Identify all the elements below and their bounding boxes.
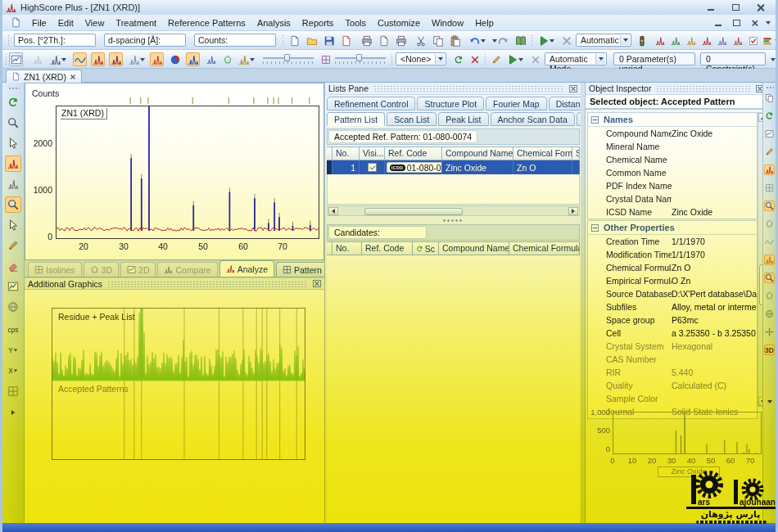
x-axis-scale-button[interactable]: X (5, 363, 21, 379)
paste-button[interactable] (448, 34, 462, 47)
col-extra[interactable]: S (572, 147, 580, 160)
refine-run-button[interactable] (505, 52, 525, 66)
open-file-button[interactable] (305, 34, 319, 47)
search-profile-combo[interactable]: Automatic (576, 34, 631, 47)
names-section-header[interactable]: Names (588, 113, 757, 127)
analysis-icon-1[interactable] (653, 34, 667, 47)
collapse-icon[interactable] (591, 116, 599, 124)
property-row[interactable]: CAS Number (588, 353, 757, 366)
candidates-empty-area[interactable] (327, 255, 580, 530)
col-compound[interactable]: Compound Name (442, 147, 513, 160)
property-row[interactable]: Subfiles Alloy, metal or intermetalic, .… (588, 300, 757, 313)
run-search-button[interactable] (536, 34, 556, 47)
property-value[interactable]: a 3.25350 - b 3.25350 - c 5... (672, 328, 757, 338)
col-formula[interactable]: Chemical Formula (513, 147, 572, 160)
property-value[interactable]: Calculated (C) (672, 381, 757, 390)
col-ref-code[interactable]: Ref. Code (362, 241, 413, 255)
toolbar-grip[interactable] (484, 53, 486, 65)
smoothed-line-toggle[interactable] (73, 52, 87, 66)
property-row[interactable]: RIR 5.440 (588, 366, 757, 379)
scroll-right-button[interactable] (568, 207, 578, 215)
triangles-button[interactable] (220, 52, 234, 66)
chart-options-button[interactable] (5, 278, 21, 295)
menu-item[interactable]: Tools (339, 16, 372, 29)
tab-analyze[interactable]: Analyze (219, 260, 274, 277)
grid-toggle-button[interactable] (5, 383, 21, 399)
analysis-icon-4[interactable] (699, 34, 713, 47)
property-row[interactable]: Space group P63mc (588, 313, 757, 327)
zoom-tool-toggle[interactable] (5, 196, 21, 213)
remove-pattern-button[interactable] (468, 52, 482, 66)
toolbar-grip[interactable] (391, 53, 393, 65)
mdi-close-button[interactable] (748, 17, 761, 28)
accepted-table-empty-area[interactable] (327, 174, 580, 205)
table-display-button[interactable] (319, 52, 332, 66)
menu-item[interactable]: Reference Patterns (162, 16, 251, 29)
additional-graphics-header[interactable]: Additional Graphics (25, 278, 324, 290)
col-visible[interactable]: Visi... (360, 147, 385, 160)
property-row[interactable]: Common Name (588, 166, 757, 179)
peaks-blue-toggle[interactable] (186, 52, 200, 66)
strip-grip[interactable] (8, 87, 20, 90)
erase-tool-button[interactable] (5, 258, 21, 274)
col-ref-code[interactable]: Ref. Code (385, 147, 442, 160)
annotate-button[interactable] (764, 147, 775, 157)
menu-item[interactable]: View (79, 16, 111, 29)
multi-pattern-button[interactable] (237, 52, 256, 66)
region-select-button[interactable] (764, 219, 775, 229)
lists-pane-tab[interactable]: Pattern List (327, 112, 385, 126)
close-button[interactable] (751, 2, 769, 12)
pick-peak-tool-button[interactable] (5, 135, 21, 151)
intensity-slider-thumb[interactable] (284, 54, 290, 61)
object-inspector-header[interactable]: Object Inspector (586, 83, 767, 95)
document-tab-zn1[interactable]: ZN1 (XRD) (6, 70, 82, 83)
lists-pane-header[interactable]: Lists Pane (325, 83, 581, 95)
peak-select-toggle[interactable] (764, 255, 775, 265)
property-row[interactable]: Crystal System Hexagonal (588, 340, 757, 353)
accepted-table-hscrollbar[interactable] (327, 205, 580, 216)
hscroll-thumb[interactable] (364, 208, 463, 215)
property-row[interactable]: Quality Calculated (C) (588, 379, 757, 392)
property-value[interactable]: Zinc Oxide (672, 207, 757, 217)
peak-small-tool-button[interactable] (5, 176, 21, 192)
undo-button[interactable] (468, 34, 487, 47)
scale-slider[interactable] (335, 56, 386, 64)
other-properties-header[interactable]: Other Properties (588, 221, 757, 235)
peaks-maroon-toggle[interactable] (109, 52, 123, 66)
lists-pane-tab[interactable]: Anchor Scan Data (491, 112, 575, 126)
toolbar-grip[interactable] (5, 53, 7, 65)
property-row[interactable]: Sample Color (588, 392, 757, 405)
main-chart-panel[interactable]: Counts ZN1 (XRD) 2000 1000 0 20 30 40 50… (25, 83, 324, 260)
peaks-gray-button[interactable] (127, 52, 147, 66)
accepted-pattern-row[interactable]: 1 ICDD01-080-0074 Zinc Oxide Zn O (327, 160, 580, 174)
property-row[interactable]: Chemical Name (588, 153, 757, 166)
tab-compare[interactable]: Compare (157, 262, 217, 277)
threed-view-button[interactable]: 3D (764, 345, 775, 355)
menu-item[interactable]: Edit (52, 16, 79, 29)
collapse-icon[interactable] (591, 224, 599, 232)
cell-visible[interactable] (360, 160, 385, 174)
toolbar-grip[interactable] (7, 34, 10, 47)
strip-grip[interactable] (766, 86, 774, 89)
dspacing-field[interactable]: d-spacing [Å]: (104, 34, 186, 47)
menu-item[interactable]: Treatment (110, 16, 162, 29)
menu-item[interactable]: Help (469, 16, 500, 29)
refine-stop-button[interactable] (528, 52, 542, 66)
checklist-button-1[interactable] (746, 34, 760, 47)
combo-dropdown-icon[interactable] (595, 54, 605, 64)
analysis-icon-2[interactable] (668, 34, 682, 47)
property-value[interactable]: D:\X'Pert database\Databas... (672, 289, 757, 299)
toolbar2-overflow-icon[interactable] (771, 58, 776, 61)
pattern-select-combo[interactable]: <None> (396, 52, 446, 65)
col-no[interactable]: No. (332, 241, 362, 255)
pane-splitter[interactable] (325, 218, 581, 223)
print-setup-button[interactable] (394, 34, 408, 47)
property-row[interactable]: Crystal Data Name (588, 192, 757, 205)
delete-results-button[interactable] (559, 34, 573, 47)
zoom-mode-toggle[interactable] (764, 201, 775, 211)
property-value[interactable]: 5.440 (672, 367, 757, 377)
tab-3d[interactable]: 3D (84, 262, 119, 277)
cps-scale-button[interactable]: cps (5, 322, 21, 338)
property-value[interactable]: P63mc (672, 315, 757, 325)
promote-candidate-button[interactable] (451, 52, 465, 66)
